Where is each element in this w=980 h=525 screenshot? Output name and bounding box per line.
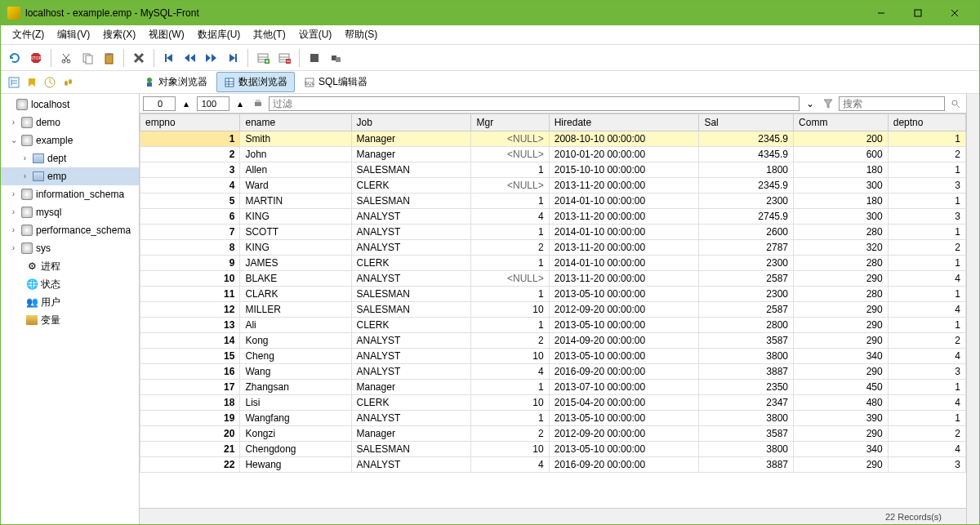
column-header-sal[interactable]: Sal: [699, 114, 794, 131]
table-row[interactable]: 13AliCLERK12013-05-10 00:00:0028002901: [140, 318, 966, 333]
table-row[interactable]: 6KINGANALYST42013-11-20 00:00:002745.930…: [140, 209, 966, 225]
table-row[interactable]: 22HewangANALYST42016-09-20 00:00:0038872…: [140, 457, 966, 473]
table-row[interactable]: 3AllenSALESMAN12015-10-10 00:00:00180018…: [140, 162, 966, 178]
history-icon[interactable]: [42, 74, 58, 91]
tree-status[interactable]: 🌐状态: [1, 275, 139, 293]
next-page-icon[interactable]: [203, 49, 220, 67]
tab-sql-editor[interactable]: SQL SQL编辑器: [296, 72, 375, 92]
tree-db-demo[interactable]: ›demo: [1, 113, 139, 131]
copy-icon[interactable]: [78, 49, 96, 67]
table-row[interactable]: 21ChengdongSALESMAN102013-05-10 00:00:00…: [140, 442, 966, 457]
print-icon[interactable]: [251, 96, 265, 111]
table-row[interactable]: 5MARTINSALESMAN12014-01-10 00:00:0023001…: [140, 194, 966, 209]
data-grid[interactable]: empnoenameJobMgrHiredateSalCommdeptno 1S…: [140, 113, 966, 508]
table-row[interactable]: 11CLARKSALESMAN12013-05-10 00:00:0023002…: [140, 287, 966, 302]
column-header-hiredate[interactable]: Hiredate: [549, 114, 699, 131]
tree-table-emp[interactable]: ›emp: [1, 167, 139, 185]
tree-processes[interactable]: ⚙进程: [1, 257, 139, 275]
tree-table-dept[interactable]: ›dept: [1, 149, 139, 167]
svg-rect-38: [9, 78, 19, 87]
table-row[interactable]: 20KongziManager22012-09-20 00:00:0035872…: [140, 426, 966, 442]
table-row[interactable]: 17ZhangsanManager12013-07-10 00:00:00235…: [140, 380, 966, 395]
svg-marker-17: [167, 54, 172, 62]
offset-input[interactable]: [143, 96, 176, 111]
menu-file[interactable]: 文件(Z): [6, 25, 51, 44]
tree-db-infoschema[interactable]: ›information_schema: [1, 185, 139, 203]
tree-db-perfschema[interactable]: ›performance_schema: [1, 221, 139, 239]
menu-database[interactable]: 数据库(U): [191, 25, 247, 44]
table-row[interactable]: 4WardCLERK<NULL>2013-11-20 00:00:002345.…: [140, 178, 966, 194]
table-row[interactable]: 18LisiCLERK102015-04-20 00:00:0023474804: [140, 395, 966, 411]
search-icon[interactable]: [948, 96, 963, 111]
sql-editor-icon: SQL: [304, 77, 315, 88]
column-header-mgr[interactable]: Mgr: [471, 114, 549, 131]
table-row[interactable]: 19WangfangANALYST12013-05-10 00:00:00380…: [140, 411, 966, 426]
tab-object-browser[interactable]: 对象浏览器: [136, 72, 215, 92]
limit-input[interactable]: [197, 96, 229, 111]
spin-up-icon[interactable]: ▴: [179, 96, 194, 111]
bookmark-icon[interactable]: [24, 74, 40, 91]
stop-icon[interactable]: STOP: [27, 49, 45, 67]
cancel-icon[interactable]: [327, 49, 345, 67]
tree-users[interactable]: 👥用户: [1, 293, 139, 311]
database-tree[interactable]: localhost ›demo ⌄example ›dept ›emp ›inf…: [1, 94, 140, 524]
filter-input[interactable]: [269, 96, 800, 111]
last-record-icon[interactable]: [224, 49, 242, 67]
menu-search[interactable]: 搜索(X): [96, 25, 142, 44]
menu-other[interactable]: 其他(T): [247, 25, 292, 44]
titlebar[interactable]: localhost - example.emp - MySQL-Front: [1, 1, 979, 25]
table-row[interactable]: 16WangANALYST42016-09-20 00:00:003887290…: [140, 364, 966, 380]
first-record-icon[interactable]: [160, 49, 178, 67]
svg-line-9: [63, 54, 69, 61]
prev-page-icon[interactable]: [181, 49, 199, 67]
tree-toggle-icon[interactable]: [6, 74, 22, 91]
menu-edit[interactable]: 编辑(V): [51, 25, 96, 44]
window-title: localhost - example.emp - MySQL-Front: [25, 7, 862, 19]
table-row[interactable]: 14KongANALYST22014-09-20 00:00:003587290…: [140, 333, 966, 349]
tree-db-mysql[interactable]: ›mysql: [1, 203, 139, 221]
main-toolbar: STOP: [1, 45, 979, 71]
tree-db-example[interactable]: ⌄example: [1, 131, 139, 149]
tab-data-browser[interactable]: 数据浏览器: [216, 72, 295, 92]
svg-rect-48: [147, 82, 152, 87]
paste-icon[interactable]: [100, 49, 118, 67]
close-button[interactable]: [936, 1, 973, 25]
delete-icon[interactable]: [130, 49, 148, 67]
delete-row-icon[interactable]: [275, 49, 293, 67]
maximize-button[interactable]: [899, 1, 936, 25]
menu-help[interactable]: 帮助(S): [338, 25, 384, 44]
minimize-button[interactable]: [862, 1, 899, 25]
dropdown-icon[interactable]: ⌄: [803, 96, 817, 111]
svg-line-58: [957, 105, 960, 108]
table-row[interactable]: 12MILLERSALESMAN102012-09-20 00:00:00258…: [140, 302, 966, 318]
insert-row-icon[interactable]: [254, 49, 272, 67]
column-header-deptno[interactable]: deptno: [888, 114, 965, 131]
menu-view[interactable]: 视图(W): [142, 25, 190, 44]
cut-icon[interactable]: [57, 49, 75, 67]
column-header-comm[interactable]: Comm: [794, 114, 889, 131]
app-icon: [7, 7, 20, 20]
tree-variables[interactable]: 变量: [1, 311, 139, 329]
svg-text:STOP: STOP: [30, 56, 42, 60]
refresh-icon[interactable]: [6, 49, 24, 67]
funnel-icon[interactable]: [821, 96, 835, 111]
table-row[interactable]: 9JAMESCLERK12014-01-10 00:00:0023002801: [140, 256, 966, 271]
table-row[interactable]: 7SCOTTANALYST12014-01-10 00:00:002600280…: [140, 225, 966, 240]
tree-host[interactable]: localhost: [1, 96, 139, 113]
column-header-ename[interactable]: ename: [240, 114, 351, 131]
table-row[interactable]: 10BLAKEANALYST<NULL>2013-11-20 00:00:002…: [140, 271, 966, 287]
svg-point-57: [952, 100, 957, 105]
spin-up-icon-2[interactable]: ▴: [233, 96, 247, 111]
table-row[interactable]: 2JohnManager<NULL>2010-01-20 00:00:00434…: [140, 147, 966, 162]
footprint-icon[interactable]: [60, 74, 76, 91]
column-header-job[interactable]: Job: [351, 114, 471, 131]
vertical-scrollbar[interactable]: [966, 94, 979, 524]
search-input[interactable]: [839, 96, 945, 111]
menu-settings[interactable]: 设置(U): [292, 25, 339, 44]
post-icon[interactable]: [305, 49, 323, 67]
table-row[interactable]: 8KINGANALYST22013-11-20 00:00:0027873202: [140, 240, 966, 256]
tree-db-sys[interactable]: ›sys: [1, 239, 139, 257]
table-row[interactable]: 1SmithManager<NULL>2008-10-10 00:00:0023…: [140, 131, 966, 147]
column-header-empno[interactable]: empno: [140, 114, 240, 131]
table-row[interactable]: 15ChengANALYST102013-05-10 00:00:0038003…: [140, 349, 966, 364]
